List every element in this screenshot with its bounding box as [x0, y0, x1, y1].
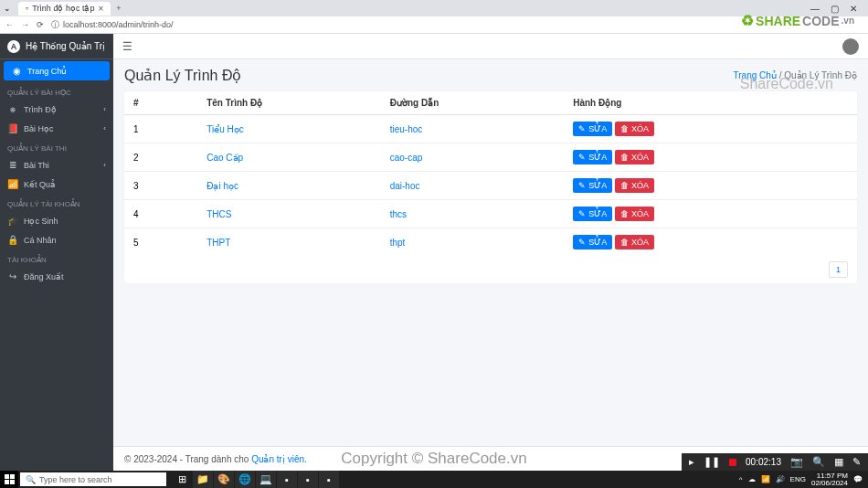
- sidebar-section-header: QUẢN LÝ BÀI THI: [0, 138, 113, 155]
- brand[interactable]: A Hệ Thống Quản Trị: [0, 34, 113, 59]
- sidebar-item-label: Học Sinh: [24, 217, 58, 226]
- tab-close-icon[interactable]: ×: [98, 4, 103, 14]
- new-tab-button[interactable]: +: [116, 4, 121, 13]
- cell-slug-link[interactable]: thcs: [390, 209, 407, 219]
- app-icon[interactable]: 📁: [193, 471, 213, 472]
- sidebar-item-icon: ⎈: [7, 104, 18, 114]
- sidebar-item[interactable]: ↪Đăng Xuất: [0, 267, 113, 286]
- record-arrow-icon[interactable]: ▸: [689, 456, 694, 468]
- edit-button[interactable]: ✎ SỬA: [573, 207, 612, 221]
- col-idx: #: [124, 91, 197, 115]
- edit-icon: ✎: [578, 181, 586, 190]
- reload-icon[interactable]: ⟳: [37, 20, 44, 29]
- sidebar-item[interactable]: 📶Kết Quả: [0, 175, 113, 194]
- record-icon[interactable]: [729, 459, 736, 466]
- trash-icon: 🗑: [620, 238, 629, 247]
- pagination: 1: [124, 256, 857, 283]
- vscode-icon[interactable]: 💻: [256, 471, 276, 472]
- cell-slug-link[interactable]: tieu-hoc: [390, 124, 423, 134]
- cell-idx: 1: [124, 115, 197, 143]
- record-time: 00:02:13: [746, 457, 781, 467]
- sidebar-item-label: Bài Thi: [24, 161, 49, 170]
- pause-icon[interactable]: ❚❚: [704, 456, 720, 468]
- task-view-icon[interactable]: ⊞: [172, 471, 192, 472]
- delete-button[interactable]: 🗑 XÓA: [615, 178, 654, 193]
- sidebar-item-icon: 📶: [7, 179, 18, 189]
- menu-toggle-icon[interactable]: ☰: [122, 40, 132, 53]
- sidebar-item[interactable]: 📕Bài Học‹: [0, 119, 113, 138]
- sidebar-item-label: Cá Nhân: [24, 236, 57, 245]
- cell-name-link[interactable]: THPT: [206, 238, 230, 248]
- cell-idx: 3: [124, 172, 197, 200]
- terminal-icon[interactable]: ▪: [277, 471, 297, 472]
- sidebar-item-icon: ≣: [7, 160, 18, 170]
- cell-idx: 4: [124, 200, 197, 228]
- sidebar-section-header: QUẢN LÝ TÀI KHOẢN: [0, 194, 113, 211]
- sidebar-item-label: Trang Chủ: [27, 67, 67, 76]
- sidebar-item[interactable]: ≣Bài Thi‹: [0, 155, 113, 175]
- sidebar-item-icon: 📕: [7, 123, 18, 133]
- sidebar: A Hệ Thống Quản Trị ◉ Trang Chủ QUẢN LÝ …: [0, 34, 113, 472]
- edit-icon[interactable]: ✎: [852, 456, 861, 468]
- trash-icon: 🗑: [620, 181, 629, 190]
- settings-icon[interactable]: ▦: [834, 456, 843, 468]
- dashboard-icon: ◉: [11, 66, 22, 76]
- cell-slug-link[interactable]: cao-cap: [390, 153, 423, 163]
- search-icon[interactable]: 🔍: [812, 456, 825, 468]
- sidebar-item[interactable]: 🔒Cá Nhân: [0, 230, 113, 249]
- sidebar-item-icon: ↪: [7, 271, 18, 281]
- delete-button[interactable]: 🗑 XÓA: [615, 122, 654, 136]
- app-icon[interactable]: 🎨: [214, 471, 234, 472]
- trash-icon: 🗑: [620, 124, 629, 133]
- edit-button[interactable]: ✎ SỬA: [573, 235, 612, 249]
- edit-icon: ✎: [578, 209, 586, 218]
- col-action: Hành Động: [564, 91, 857, 115]
- delete-button[interactable]: 🗑 XÓA: [615, 207, 654, 221]
- chevron-left-icon: ‹: [103, 124, 106, 133]
- delete-button[interactable]: 🗑 XÓA: [615, 235, 654, 249]
- cell-idx: 5: [124, 228, 197, 257]
- table-row: 5 THPT thpt ✎ SỬA 🗑 XÓA: [124, 228, 857, 257]
- cell-name-link[interactable]: THCS: [206, 209, 231, 219]
- cell-name-link[interactable]: Tiểu Học: [206, 124, 244, 134]
- edit-icon: ✎: [578, 238, 586, 247]
- sidebar-item-home[interactable]: ◉ Trang Chủ: [4, 61, 110, 80]
- chrome-icon[interactable]: 🌐: [235, 471, 255, 472]
- browser-tab[interactable]: ▫ Trình độ học tập ×: [18, 2, 111, 16]
- cell-name-link[interactable]: Đại học: [206, 181, 238, 191]
- tab-favicon: ▫: [26, 4, 28, 13]
- edit-button[interactable]: ✎ SỬA: [573, 150, 612, 164]
- data-table: # Tên Trình Độ Đường Dẫn Hành Động 1 Tiể…: [124, 91, 857, 256]
- edit-icon: ✎: [578, 153, 586, 162]
- back-icon[interactable]: ←: [5, 20, 14, 29]
- sidebar-item-icon: 🎓: [7, 216, 18, 226]
- delete-button[interactable]: 🗑 XÓA: [615, 150, 654, 164]
- col-name: Tên Trình Độ: [197, 91, 381, 115]
- page-number[interactable]: 1: [829, 261, 848, 278]
- forward-icon[interactable]: →: [21, 20, 29, 29]
- start-button[interactable]: [0, 471, 18, 472]
- trash-icon: 🗑: [620, 209, 629, 218]
- edit-button[interactable]: ✎ SỬA: [573, 178, 612, 193]
- avatar[interactable]: [842, 38, 859, 55]
- sidebar-section-header: TÀI KHOẢN: [0, 249, 113, 267]
- chevron-down-icon[interactable]: ⌄: [4, 4, 11, 13]
- cell-name-link[interactable]: Cao Cấp: [206, 153, 243, 163]
- edit-button[interactable]: ✎ SỬA: [573, 122, 612, 136]
- breadcrumb-home[interactable]: Trang Chủ: [734, 70, 777, 80]
- app-icon[interactable]: ▪: [319, 471, 339, 472]
- app-icon[interactable]: ▪: [298, 471, 318, 472]
- sidebar-item-icon: 🔒: [7, 235, 18, 245]
- breadcrumb: Trang Chủ / Quản Lý Trình Độ: [734, 70, 857, 80]
- cell-idx: 2: [124, 143, 197, 172]
- footer-admin-link[interactable]: Quản trị viên.: [251, 454, 307, 464]
- watermark-logo: ♻ SHARECODE.vn: [741, 12, 854, 29]
- sidebar-section-header: QUẢN LÝ BÀI HỌC: [0, 82, 113, 100]
- sidebar-item[interactable]: ⎈Trình Độ‹: [0, 100, 113, 119]
- sidebar-item[interactable]: 🎓Học Sinh: [0, 211, 113, 230]
- content-header: Quản Lý Trình Độ Trang Chủ / Quản Lý Trì…: [113, 59, 868, 91]
- cell-slug-link[interactable]: thpt: [390, 238, 406, 248]
- info-icon: ⓘ: [51, 19, 59, 31]
- camera-icon[interactable]: 📷: [790, 456, 803, 468]
- cell-slug-link[interactable]: dai-hoc: [390, 181, 420, 191]
